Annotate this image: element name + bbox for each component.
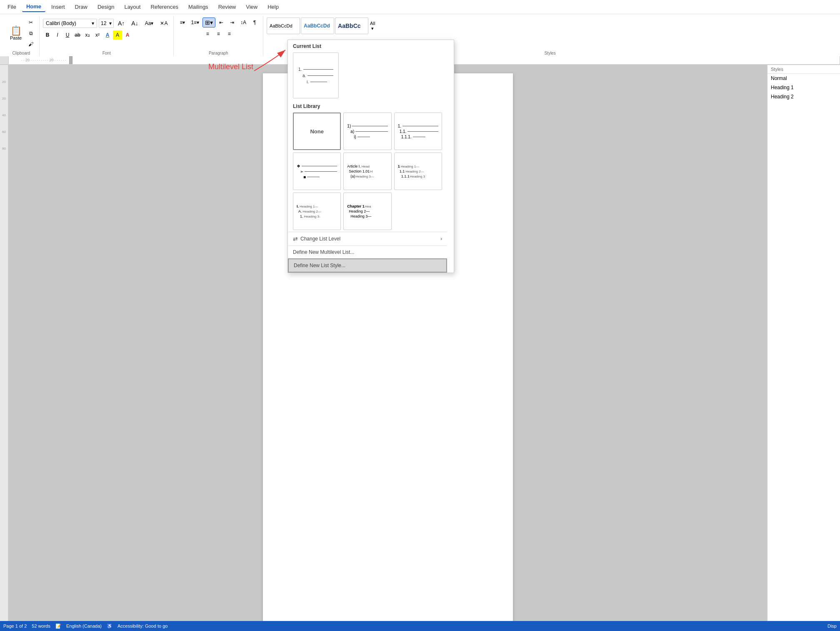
lib-num-3: 1.1.1.: [398, 135, 438, 139]
align-right-button[interactable]: ≡: [224, 29, 234, 39]
list-library-title: List Library: [288, 100, 447, 111]
lib-styled-3: 1.1.1Heading 3: [398, 174, 438, 178]
superscript-button[interactable]: x²: [93, 30, 102, 40]
decrease-indent-button[interactable]: ⇤: [216, 18, 226, 28]
font-group: Calibri (Body) ▾ 12 ▾ A↑ A↓ Aa▾ ✕A B I U: [40, 16, 174, 56]
menu-design[interactable]: Design: [93, 2, 118, 12]
styles-controls: AaBbCcDd AaBbCcDd AaBbCc All ▾: [267, 16, 376, 36]
list-library-grid: None 1) a) i) 1. 1.1. 1.1.1. ❖ ➢ ■ A: [288, 111, 447, 232]
show-marks-button[interactable]: ¶: [250, 18, 260, 28]
increase-indent-button[interactable]: ⇥: [227, 18, 237, 28]
grow-font-button[interactable]: A↑: [115, 18, 127, 28]
lib-tile-numeric[interactable]: 1. 1.1. 1.1.1.: [394, 113, 442, 150]
lib-alpha-3: i): [347, 135, 388, 139]
lib-legal-2: Section 1.01H: [347, 169, 388, 173]
menu-draw[interactable]: Draw: [71, 2, 92, 12]
subscript-button[interactable]: x₂: [83, 30, 92, 40]
current-tile-line-1: 1.: [298, 67, 333, 72]
font-color-red-button[interactable]: A: [123, 30, 132, 40]
italic-button[interactable]: I: [53, 30, 62, 40]
lib-legal-3: (a)Heading 3—: [347, 174, 388, 178]
menu-insert[interactable]: Insert: [47, 2, 69, 12]
page-count: Page 1 of 2: [3, 623, 27, 628]
paste-button[interactable]: 📋 Paste: [7, 25, 25, 42]
list-buttons-row: ≡▾ 1≡▾ ⊞▾ ⇤ ⇥ ↕A ¶: [177, 18, 260, 28]
paragraph-group: ≡▾ 1≡▾ ⊞▾ ⇤ ⇥ ↕A ¶ ≡ ≡ ≡ Paragraph: [174, 16, 263, 56]
tab-stop-marker[interactable]: [69, 56, 72, 64]
align-left-button[interactable]: ≡: [202, 29, 212, 39]
cut-button[interactable]: ✂: [26, 18, 36, 28]
menu-home[interactable]: Home: [22, 2, 45, 12]
strikethrough-button[interactable]: ab: [73, 30, 82, 40]
paragraph-controls: ≡▾ 1≡▾ ⊞▾ ⇤ ⇥ ↕A ¶ ≡ ≡ ≡: [177, 16, 260, 40]
clear-format-button[interactable]: ✕A: [158, 18, 170, 28]
style-item-normal[interactable]: Normal: [768, 74, 840, 83]
menu-references[interactable]: References: [146, 2, 182, 12]
shrink-font-button[interactable]: A↓: [129, 18, 140, 28]
lib-bullet-1: ❖: [297, 164, 337, 168]
font-color-button[interactable]: A: [103, 30, 112, 40]
lib-tile-bullet[interactable]: ❖ ➢ ■: [293, 153, 341, 190]
menu-review[interactable]: Review: [214, 2, 240, 12]
style-normal-preview[interactable]: AaBbCcDd: [267, 18, 300, 34]
font-name-input[interactable]: Calibri (Body) ▾: [43, 19, 97, 28]
multilevel-list-dropdown: Current List 1. a. i. List Library None: [288, 40, 454, 273]
define-style-label: Define New List Style...: [294, 263, 345, 268]
menu-help[interactable]: Help: [263, 2, 283, 12]
align-center-button[interactable]: ≡: [213, 29, 223, 39]
font-name-value: Calibri (Body): [46, 20, 76, 26]
style-heading1-label: AaBbCc: [338, 23, 360, 29]
ruler-mark-80: 60: [0, 123, 8, 140]
lib-tile-alpha[interactable]: 1) a) i): [343, 113, 391, 150]
change-list-level-item[interactable]: ⇄ Change List Level ›: [288, 232, 447, 245]
status-bar: Page 1 of 2 52 words 📝 English (Canada) …: [0, 621, 840, 631]
lib-styled-2: 1.1Heading 2—: [398, 169, 438, 173]
numbered-list-button[interactable]: 1≡▾: [188, 18, 202, 28]
lib-tile-styled[interactable]: 1Heading 1— 1.1Heading 2— 1.1.1Heading 3: [394, 153, 442, 190]
define-new-multilevel-item[interactable]: Define New Multilevel List...: [288, 245, 447, 258]
clipboard-label: Clipboard: [7, 51, 36, 56]
clipboard-group: 📋 Paste ✂ ⧉ 🖌 Clipboard: [3, 16, 40, 56]
lib-styled-1: 1Heading 1—: [398, 164, 438, 168]
underline-button[interactable]: U: [63, 30, 72, 40]
ruler-left-side: [0, 56, 8, 64]
bullet-list-button[interactable]: ≡▾: [177, 18, 188, 28]
style-heading1-preview[interactable]: AaBbCc: [335, 18, 368, 34]
change-level-arrow-icon: ›: [440, 236, 442, 242]
menu-file[interactable]: File: [3, 2, 20, 12]
multilevel-list-button[interactable]: ⊞▾: [202, 18, 215, 28]
lib-alpha-2: a): [347, 129, 388, 134]
lib-alpha-1: 1): [347, 124, 388, 128]
menu-view[interactable]: View: [242, 2, 262, 12]
change-case-button[interactable]: Aa▾: [142, 18, 156, 28]
current-list-tile[interactable]: 1. a. i.: [293, 53, 339, 98]
paste-label: Paste: [10, 35, 22, 40]
format-painter-button[interactable]: 🖌: [26, 39, 36, 49]
font-label: Font: [43, 51, 170, 56]
lib-tile-legal[interactable]: Article I.Head Section 1.01H (a)Heading …: [343, 153, 391, 190]
copy-button[interactable]: ⧉: [26, 28, 36, 38]
lib-tile-roman[interactable]: I.Heading 1— A.Heading 2— 1.Heading 3-: [293, 193, 341, 230]
define-new-style-item[interactable]: Define New List Style...: [288, 258, 447, 273]
styles-all-label: All: [370, 21, 375, 26]
menu-bar: File Home Insert Draw Design Layout Refe…: [0, 0, 840, 14]
style-item-heading2-right[interactable]: Heading 2: [768, 92, 840, 101]
bold-button[interactable]: B: [43, 30, 52, 40]
sort-button[interactable]: ↕A: [238, 18, 249, 28]
font-size-value: 12: [101, 20, 106, 26]
clipboard-controls: 📋 Paste ✂ ⧉ 🖌: [7, 16, 36, 51]
font-size-input[interactable]: 12 ▾: [99, 19, 114, 28]
lib-tile-none[interactable]: None: [293, 113, 341, 150]
style-heading2-preview[interactable]: AaBbCcDd: [301, 18, 334, 34]
accessibility-icon: ♿: [107, 623, 112, 629]
lib-tile-chapter[interactable]: Chapter 1Hea Heading 2— Heading 3—: [343, 193, 391, 230]
styles-right-panel: Styles Normal Heading 1 Heading 2: [767, 65, 840, 631]
menu-layout[interactable]: Layout: [120, 2, 145, 12]
menu-mailings[interactable]: Mailings: [184, 2, 212, 12]
paste-icon: 📋: [10, 26, 22, 35]
lib-roman-1: I.Heading 1—: [297, 204, 337, 208]
lib-chapter-2: Heading 2—: [347, 209, 388, 213]
styles-all-button[interactable]: All ▾: [369, 20, 376, 32]
highlight-button[interactable]: A: [113, 30, 122, 40]
style-item-heading1-right[interactable]: Heading 1: [768, 83, 840, 92]
